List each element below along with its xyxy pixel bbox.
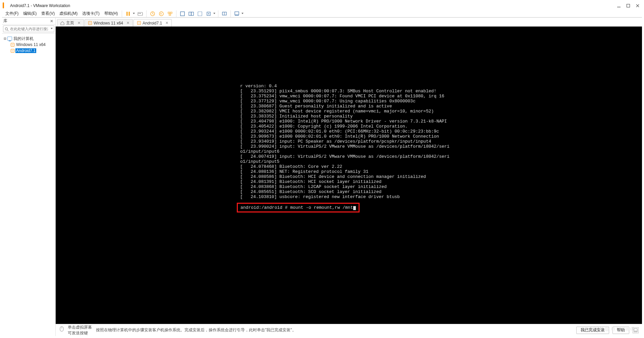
tab-label: 主页 [66, 20, 74, 26]
svg-rect-26 [634, 331, 637, 332]
command-highlight: android:/android # mount -o remount,rw /… [237, 203, 360, 212]
search-icon [5, 27, 9, 31]
app-icon [3, 3, 8, 8]
vm-console[interactable]: r version: 0.4 [ 23.351293] piix4_smbus … [56, 27, 642, 324]
tree-item-label: Android7.1 [15, 48, 36, 53]
svg-point-21 [5, 28, 8, 30]
svg-rect-11 [168, 12, 170, 13]
cursor-icon [353, 206, 356, 210]
stretch-button[interactable] [205, 10, 213, 18]
quick-switch-button[interactable] [220, 10, 228, 18]
done-install-button[interactable]: 我已完成安装 [576, 327, 609, 334]
console-view-button[interactable] [196, 10, 204, 18]
search-dropdown-icon[interactable] [51, 28, 53, 29]
tree-item-windows11[interactable]: Windows 11 x64 [3, 42, 55, 48]
tab-close-icon[interactable]: ✕ [77, 21, 81, 25]
unity-button[interactable] [187, 10, 195, 18]
svg-rect-14 [180, 12, 184, 16]
menu-vm[interactable]: 虚拟机(M) [57, 10, 79, 17]
svg-rect-13 [169, 14, 171, 15]
hint-line2: 可发送按键 [68, 330, 92, 336]
tab-label: Android7.1 [143, 21, 162, 26]
menu-file[interactable]: 文件(F) [3, 10, 20, 17]
home-icon [60, 21, 65, 26]
tree-root-my-computer[interactable]: ⊟ 我的计算机 [3, 36, 55, 42]
library-close-button[interactable]: ✕ [49, 19, 54, 23]
minimize-button[interactable] [616, 3, 621, 8]
tab-close-icon[interactable]: ✕ [165, 21, 169, 25]
tab-strip: 主页 ✕ Windows 11 x64 ✕ Android7.1 ✕ [56, 18, 642, 27]
view-mode-button[interactable] [233, 10, 241, 18]
menu-edit[interactable]: 编辑(E) [21, 10, 39, 17]
console-output: r version: 0.4 [ 23.351293] piix4_smbus … [56, 84, 642, 199]
library-header: 库 [3, 18, 7, 24]
tab-windows11[interactable]: Windows 11 x64 ✕ [85, 19, 133, 27]
tree-item-label: Windows 11 x64 [15, 42, 46, 47]
menu-view[interactable]: 查看(V) [39, 10, 57, 17]
svg-rect-8 [140, 13, 141, 14]
vm-icon [10, 48, 15, 53]
hint-line1: 单击虚拟屏幕 [68, 325, 92, 330]
computer-icon [7, 36, 12, 41]
window-title: Android7.1 - VMware Workstation [10, 3, 70, 8]
fullscreen-button[interactable] [178, 10, 186, 18]
revert-snapshot-button[interactable] [157, 10, 165, 18]
snapshot-manager-button[interactable] [166, 10, 174, 18]
tab-close-icon[interactable]: ✕ [126, 21, 130, 25]
help-button[interactable]: 帮助 [612, 327, 629, 334]
svg-rect-16 [191, 12, 194, 15]
mouse-hint-icon [59, 326, 65, 334]
send-ctrl-alt-del-button[interactable] [136, 10, 144, 18]
library-panel: 库 ✕ ⊟ 我的计算机 Windows 11 x64 [2, 18, 56, 336]
vm-icon [10, 42, 15, 47]
svg-rect-5 [129, 12, 130, 16]
svg-rect-7 [139, 13, 140, 14]
library-search-input[interactable] [3, 26, 54, 32]
svg-rect-20 [235, 12, 239, 15]
svg-rect-4 [126, 12, 128, 16]
svg-rect-15 [189, 12, 191, 15]
svg-line-22 [7, 30, 8, 31]
close-button[interactable] [635, 3, 640, 8]
svg-rect-6 [138, 12, 143, 15]
status-bar: 单击虚拟屏幕 可发送按键 按照在物理计算机中的步骤安装客户机操作系统。完成安装后… [56, 324, 642, 336]
menu-help[interactable]: 帮助(H) [102, 10, 120, 17]
pause-button[interactable] [124, 10, 132, 18]
tree-root-label: 我的计算机 [13, 36, 34, 42]
console-prompt: android:/android # mount -o remount,rw /… [240, 205, 353, 210]
vm-icon [88, 21, 92, 26]
tab-home[interactable]: 主页 ✕ [57, 19, 84, 27]
svg-rect-12 [170, 12, 172, 13]
svg-rect-17 [198, 12, 202, 16]
tree-item-android71[interactable]: Android7.1 [3, 48, 55, 54]
tab-label: Windows 11 x64 [94, 21, 123, 26]
vm-icon [137, 21, 141, 26]
tab-android71[interactable]: Android7.1 ✕ [133, 19, 172, 27]
maximize-button[interactable] [626, 3, 631, 8]
svg-rect-1 [627, 4, 630, 7]
snapshot-button[interactable] [149, 10, 157, 18]
panel-toggle-icon[interactable] [633, 327, 639, 333]
menu-tabs[interactable]: 选项卡(T) [80, 10, 101, 17]
tree-collapse-icon[interactable]: ⊟ [3, 36, 7, 41]
status-message: 按照在物理计算机中的步骤安装客户机操作系统。完成安装后，操作系统会进行引导，此时… [96, 327, 296, 333]
